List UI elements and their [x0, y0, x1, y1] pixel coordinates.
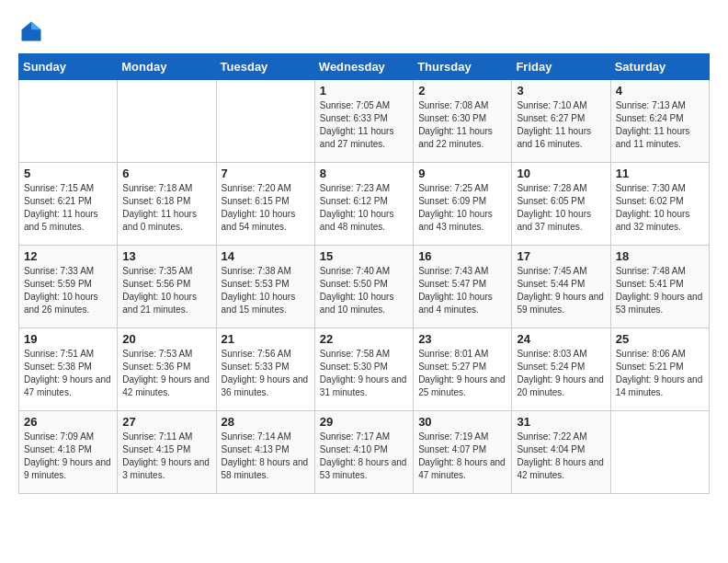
- calendar-cell: 21Sunrise: 7:56 AM Sunset: 5:33 PM Dayli…: [216, 328, 314, 411]
- day-number: 16: [418, 249, 506, 263]
- day-info: Sunrise: 7:30 AM Sunset: 6:02 PM Dayligh…: [616, 182, 704, 234]
- calendar-cell: [19, 80, 118, 163]
- day-number: 30: [418, 415, 506, 429]
- day-number: 20: [122, 332, 210, 346]
- calendar-cell: 27Sunrise: 7:11 AM Sunset: 4:15 PM Dayli…: [118, 411, 216, 494]
- page-header: [18, 18, 710, 44]
- calendar-cell: 26Sunrise: 7:09 AM Sunset: 4:18 PM Dayli…: [19, 411, 118, 494]
- col-header-friday: Friday: [512, 54, 610, 80]
- day-info: Sunrise: 7:28 AM Sunset: 6:05 PM Dayligh…: [517, 182, 605, 234]
- calendar-cell: 7Sunrise: 7:20 AM Sunset: 6:15 PM Daylig…: [216, 163, 314, 246]
- calendar-cell: 4Sunrise: 7:13 AM Sunset: 6:24 PM Daylig…: [610, 80, 709, 163]
- day-number: 15: [320, 249, 408, 263]
- day-info: Sunrise: 7:11 AM Sunset: 4:15 PM Dayligh…: [122, 431, 210, 482]
- calendar-cell: 30Sunrise: 7:19 AM Sunset: 4:07 PM Dayli…: [414, 411, 512, 494]
- calendar-cell: 31Sunrise: 7:22 AM Sunset: 4:04 PM Dayli…: [512, 411, 610, 494]
- day-number: 31: [517, 415, 605, 429]
- day-number: 3: [517, 84, 605, 98]
- day-number: 1: [320, 84, 408, 98]
- day-info: Sunrise: 7:56 AM Sunset: 5:33 PM Dayligh…: [222, 348, 310, 399]
- day-info: Sunrise: 7:35 AM Sunset: 5:56 PM Dayligh…: [122, 265, 210, 316]
- calendar-cell: 20Sunrise: 7:53 AM Sunset: 5:36 PM Dayli…: [118, 328, 216, 411]
- calendar-cell: 6Sunrise: 7:18 AM Sunset: 6:18 PM Daylig…: [118, 163, 216, 246]
- calendar-cell: 25Sunrise: 8:06 AM Sunset: 5:21 PM Dayli…: [610, 328, 709, 411]
- day-number: 23: [418, 332, 506, 346]
- col-header-monday: Monday: [118, 54, 216, 80]
- calendar-cell: [216, 80, 314, 163]
- calendar-cell: 10Sunrise: 7:28 AM Sunset: 6:05 PM Dayli…: [512, 163, 610, 246]
- day-number: 7: [222, 167, 310, 180]
- svg-marker-1: [31, 22, 41, 30]
- day-info: Sunrise: 7:20 AM Sunset: 6:15 PM Dayligh…: [222, 182, 310, 234]
- calendar-cell: 11Sunrise: 7:30 AM Sunset: 6:02 PM Dayli…: [610, 163, 709, 246]
- calendar-cell: 1Sunrise: 7:05 AM Sunset: 6:33 PM Daylig…: [314, 80, 413, 163]
- calendar-cell: 14Sunrise: 7:38 AM Sunset: 5:53 PM Dayli…: [216, 246, 314, 328]
- day-info: Sunrise: 7:18 AM Sunset: 6:18 PM Dayligh…: [122, 182, 210, 234]
- calendar-cell: 28Sunrise: 7:14 AM Sunset: 4:13 PM Dayli…: [216, 411, 314, 494]
- calendar-cell: 9Sunrise: 7:25 AM Sunset: 6:09 PM Daylig…: [414, 163, 512, 246]
- calendar-header: SundayMondayTuesdayWednesdayThursdayFrid…: [19, 54, 710, 80]
- day-number: 17: [517, 249, 605, 263]
- day-info: Sunrise: 8:06 AM Sunset: 5:21 PM Dayligh…: [616, 348, 704, 399]
- calendar-cell: 16Sunrise: 7:43 AM Sunset: 5:47 PM Dayli…: [414, 246, 512, 328]
- day-info: Sunrise: 7:33 AM Sunset: 5:59 PM Dayligh…: [24, 265, 112, 316]
- calendar-cell: [610, 411, 709, 494]
- day-number: 22: [320, 332, 408, 346]
- day-info: Sunrise: 7:45 AM Sunset: 5:44 PM Dayligh…: [517, 265, 605, 316]
- day-info: Sunrise: 7:05 AM Sunset: 6:33 PM Dayligh…: [320, 99, 408, 151]
- col-header-wednesday: Wednesday: [314, 54, 413, 80]
- calendar-cell: 3Sunrise: 7:10 AM Sunset: 6:27 PM Daylig…: [512, 80, 610, 163]
- day-info: Sunrise: 7:43 AM Sunset: 5:47 PM Dayligh…: [418, 265, 506, 316]
- day-info: Sunrise: 7:51 AM Sunset: 5:38 PM Dayligh…: [24, 348, 112, 399]
- day-number: 26: [24, 415, 112, 429]
- calendar-cell: [118, 80, 216, 163]
- day-info: Sunrise: 7:13 AM Sunset: 6:24 PM Dayligh…: [616, 99, 704, 151]
- calendar-cell: 23Sunrise: 8:01 AM Sunset: 5:27 PM Dayli…: [414, 328, 512, 411]
- day-info: Sunrise: 7:23 AM Sunset: 6:12 PM Dayligh…: [320, 182, 408, 234]
- day-number: 5: [24, 167, 112, 180]
- day-number: 10: [517, 167, 605, 180]
- day-info: Sunrise: 7:08 AM Sunset: 6:30 PM Dayligh…: [418, 99, 506, 151]
- day-number: 29: [320, 415, 408, 429]
- day-info: Sunrise: 7:40 AM Sunset: 5:50 PM Dayligh…: [320, 265, 408, 316]
- day-info: Sunrise: 7:09 AM Sunset: 4:18 PM Dayligh…: [24, 431, 112, 482]
- day-number: 24: [517, 332, 605, 346]
- day-number: 13: [122, 249, 210, 263]
- calendar-cell: 15Sunrise: 7:40 AM Sunset: 5:50 PM Dayli…: [314, 246, 413, 328]
- calendar-cell: 5Sunrise: 7:15 AM Sunset: 6:21 PM Daylig…: [19, 163, 118, 246]
- day-number: 28: [222, 415, 310, 429]
- day-info: Sunrise: 7:48 AM Sunset: 5:41 PM Dayligh…: [616, 265, 704, 316]
- day-number: 11: [616, 167, 704, 180]
- day-info: Sunrise: 7:15 AM Sunset: 6:21 PM Dayligh…: [24, 182, 112, 234]
- calendar-cell: 24Sunrise: 8:03 AM Sunset: 5:24 PM Dayli…: [512, 328, 610, 411]
- calendar-cell: 22Sunrise: 7:58 AM Sunset: 5:30 PM Dayli…: [314, 328, 413, 411]
- calendar-cell: 18Sunrise: 7:48 AM Sunset: 5:41 PM Dayli…: [610, 246, 709, 328]
- day-info: Sunrise: 8:03 AM Sunset: 5:24 PM Dayligh…: [517, 348, 605, 399]
- calendar-cell: 13Sunrise: 7:35 AM Sunset: 5:56 PM Dayli…: [118, 246, 216, 328]
- col-header-tuesday: Tuesday: [216, 54, 314, 80]
- calendar-cell: 8Sunrise: 7:23 AM Sunset: 6:12 PM Daylig…: [314, 163, 413, 246]
- day-number: 27: [122, 415, 210, 429]
- day-number: 2: [418, 84, 506, 98]
- day-number: 8: [320, 167, 408, 180]
- col-header-thursday: Thursday: [414, 54, 512, 80]
- day-info: Sunrise: 8:01 AM Sunset: 5:27 PM Dayligh…: [418, 348, 506, 399]
- day-number: 21: [222, 332, 310, 346]
- day-number: 25: [616, 332, 704, 346]
- calendar-cell: 29Sunrise: 7:17 AM Sunset: 4:10 PM Dayli…: [314, 411, 413, 494]
- day-number: 14: [222, 249, 310, 263]
- day-number: 9: [418, 167, 506, 180]
- day-info: Sunrise: 7:58 AM Sunset: 5:30 PM Dayligh…: [320, 348, 408, 399]
- col-header-saturday: Saturday: [610, 54, 709, 80]
- calendar-cell: 2Sunrise: 7:08 AM Sunset: 6:30 PM Daylig…: [414, 80, 512, 163]
- day-number: 19: [24, 332, 112, 346]
- day-info: Sunrise: 7:38 AM Sunset: 5:53 PM Dayligh…: [222, 265, 310, 316]
- day-info: Sunrise: 7:10 AM Sunset: 6:27 PM Dayligh…: [517, 99, 605, 151]
- calendar-cell: 12Sunrise: 7:33 AM Sunset: 5:59 PM Dayli…: [19, 246, 118, 328]
- calendar-cell: 19Sunrise: 7:51 AM Sunset: 5:38 PM Dayli…: [19, 328, 118, 411]
- day-number: 4: [616, 84, 704, 98]
- logo: [18, 18, 48, 44]
- day-info: Sunrise: 7:14 AM Sunset: 4:13 PM Dayligh…: [222, 431, 310, 482]
- day-info: Sunrise: 7:19 AM Sunset: 4:07 PM Dayligh…: [418, 431, 506, 482]
- calendar-table: SundayMondayTuesdayWednesdayThursdayFrid…: [18, 53, 710, 494]
